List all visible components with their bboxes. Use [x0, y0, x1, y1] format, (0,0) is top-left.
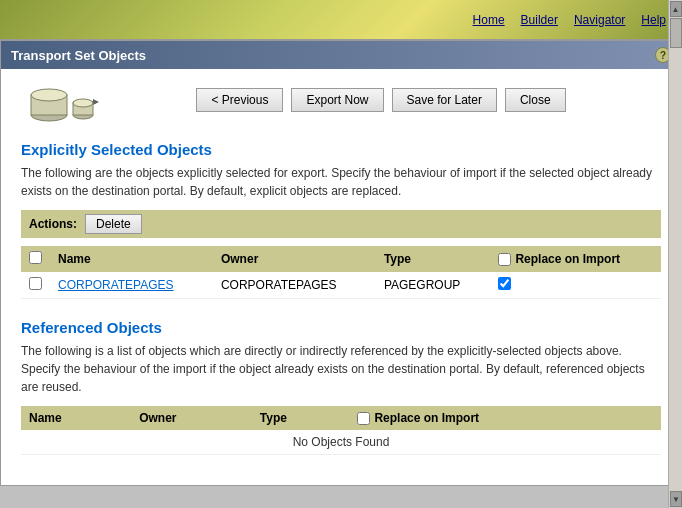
row-replace-cell: [490, 272, 661, 299]
ref-col-name-header: Name: [21, 406, 131, 430]
replace-all-checkbox[interactable]: [498, 253, 511, 266]
previous-button[interactable]: < Previous: [196, 88, 283, 112]
nav-builder[interactable]: Builder: [521, 13, 558, 27]
replace-header-label: Replace on Import: [515, 252, 620, 266]
delete-button[interactable]: Delete: [85, 214, 142, 234]
col-replace-header: Replace on Import: [490, 246, 661, 272]
row-checkbox-cell: [21, 272, 50, 299]
close-button[interactable]: Close: [505, 88, 566, 112]
toolbar: < Previous Export Now Save for Later Clo…: [101, 82, 661, 122]
referenced-section: Referenced Objects The following is a li…: [21, 319, 661, 455]
svg-marker-4: [93, 99, 99, 105]
referenced-section-title: Referenced Objects: [21, 319, 661, 336]
ref-replace-header-label: Replace on Import: [374, 411, 479, 425]
no-objects-text: No Objects Found: [21, 430, 661, 455]
explicit-section-title: Explicitly Selected Objects: [21, 141, 661, 158]
no-objects-row: No Objects Found: [21, 430, 661, 455]
explicit-objects-table: Name Owner Type Replace on Import: [21, 246, 661, 299]
row-owner-cell: CORPORATEPAGES: [213, 272, 376, 299]
row-replace-checkbox[interactable]: [498, 277, 511, 290]
scrollbar[interactable]: ▲ ▼: [668, 0, 682, 508]
col-type-header: Type: [376, 246, 491, 272]
top-navigation: Home Builder Navigator Help: [0, 0, 682, 40]
table-row: CORPORATEPAGES CORPORATEPAGES PAGEGROUP: [21, 272, 661, 299]
header-bar: Transport Set Objects ?: [1, 41, 681, 69]
svg-point-2: [31, 89, 67, 101]
svg-point-7: [73, 99, 93, 107]
select-all-checkbox[interactable]: [29, 251, 42, 264]
explicit-section: Explicitly Selected Objects The followin…: [21, 141, 661, 299]
save-for-later-button[interactable]: Save for Later: [392, 88, 497, 112]
main-container: Transport Set Objects ?: [0, 40, 682, 486]
actions-label: Actions:: [29, 217, 77, 231]
page-title: Transport Set Objects: [11, 48, 146, 63]
referenced-section-desc: The following is a list of objects which…: [21, 342, 661, 396]
nav-help[interactable]: Help: [641, 13, 666, 27]
nav-home[interactable]: Home: [473, 13, 505, 27]
col-name-header: Name: [50, 246, 213, 272]
content-area: Explicitly Selected Objects The followin…: [1, 131, 681, 485]
actions-bar: Actions: Delete: [21, 210, 661, 238]
col-owner-header: Owner: [213, 246, 376, 272]
ref-col-type-header: Type: [252, 406, 350, 430]
export-now-button[interactable]: Export Now: [291, 88, 383, 112]
col-checkbox-header: [21, 246, 50, 272]
row-select-checkbox[interactable]: [29, 277, 42, 290]
transport-icon: [21, 77, 101, 127]
ref-col-replace-header: Replace on Import: [349, 406, 661, 430]
object-name-link[interactable]: CORPORATEPAGES: [58, 278, 174, 292]
referenced-objects-table: Name Owner Type Replace on Import: [21, 406, 661, 455]
ref-replace-all-checkbox[interactable]: [357, 412, 370, 425]
ref-col-owner-header: Owner: [131, 406, 252, 430]
row-name-cell: CORPORATEPAGES: [50, 272, 213, 299]
nav-navigator[interactable]: Navigator: [574, 13, 625, 27]
explicit-section-desc: The following are the objects explicitly…: [21, 164, 661, 200]
row-type-cell: PAGEGROUP: [376, 272, 491, 299]
